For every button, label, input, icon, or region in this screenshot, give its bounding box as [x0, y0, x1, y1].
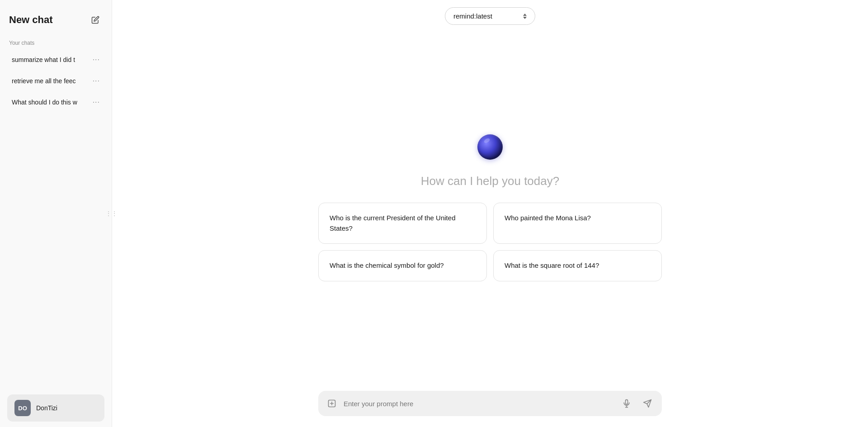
new-chat-button[interactable] — [88, 13, 103, 27]
send-button[interactable] — [639, 395, 656, 412]
resize-handle[interactable]: ⋮⋮ — [109, 204, 114, 223]
svg-rect-1 — [626, 400, 628, 404]
chats-section-label: Your chats — [0, 36, 112, 49]
ai-avatar — [477, 134, 503, 160]
chevron-down-icon — [523, 17, 527, 19]
sidebar: New chat Your chats summarize what I did… — [0, 0, 112, 427]
chat-item-text: What should I do this w — [12, 99, 90, 106]
suggestion-card-3[interactable]: What is the square root of 144? — [493, 250, 662, 281]
chat-item[interactable]: summarize what I did t ··· — [3, 49, 109, 70]
model-selector[interactable]: remind:latest — [445, 7, 535, 25]
chat-item-text: retrieve me all the feec — [12, 77, 90, 85]
input-area — [112, 384, 868, 427]
sidebar-title: New chat — [9, 14, 53, 26]
chat-item-menu-2[interactable]: ··· — [90, 96, 103, 108]
chevron-up-icon — [523, 14, 527, 16]
resize-dots-icon: ⋮⋮ — [106, 210, 118, 217]
chevron-icon — [523, 14, 527, 19]
model-selector-value: remind:latest — [453, 12, 492, 20]
chat-list: summarize what I did t ··· retrieve me a… — [0, 49, 112, 113]
main-body: How can I help you today? Who is the cur… — [112, 32, 868, 384]
chat-item-menu-1[interactable]: ··· — [90, 75, 103, 87]
suggestion-card-1[interactable]: Who painted the Mona Lisa? — [493, 203, 662, 244]
welcome-text: How can I help you today? — [421, 174, 559, 188]
attach-button[interactable] — [325, 396, 339, 411]
avatar: DO — [14, 400, 31, 416]
prompt-input[interactable] — [344, 400, 614, 408]
suggestion-grid: Who is the current President of the Unit… — [318, 203, 662, 281]
chat-item[interactable]: retrieve me all the feec ··· — [3, 71, 109, 91]
chat-item-menu-0[interactable]: ··· — [90, 54, 103, 66]
attach-icon — [327, 399, 336, 408]
chat-item-text: summarize what I did t — [12, 56, 90, 63]
main-header: remind:latest — [112, 0, 868, 32]
sidebar-header: New chat — [0, 0, 112, 36]
user-card[interactable]: DO DonTizi — [7, 394, 104, 422]
mic-button[interactable] — [618, 395, 635, 412]
user-name: DonTizi — [36, 404, 57, 412]
main-content: remind:latest How can I help you today? … — [112, 0, 868, 427]
input-container — [318, 391, 662, 416]
mic-icon — [622, 399, 631, 408]
sidebar-footer: DO DonTizi — [0, 389, 112, 427]
edit-icon — [91, 16, 99, 24]
suggestion-card-0[interactable]: Who is the current President of the Unit… — [318, 203, 487, 244]
send-icon — [643, 399, 652, 408]
suggestion-card-2[interactable]: What is the chemical symbol for gold? — [318, 250, 487, 281]
chat-item[interactable]: What should I do this w ··· — [3, 92, 109, 113]
